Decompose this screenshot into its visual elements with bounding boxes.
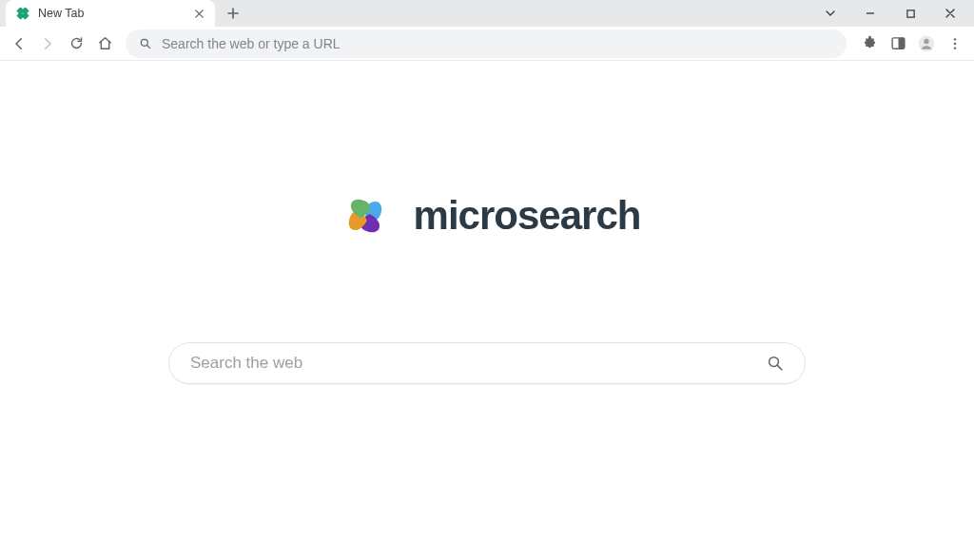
tab-favicon (15, 6, 30, 21)
omnibox[interactable] (126, 29, 847, 58)
extensions-button[interactable] (856, 30, 883, 57)
window-maximize-button[interactable] (890, 0, 930, 27)
svg-point-9 (924, 38, 928, 43)
svg-point-10 (954, 38, 956, 40)
forward-button[interactable] (34, 30, 61, 57)
svg-rect-4 (906, 10, 913, 16)
svg-point-5 (141, 39, 147, 46)
search-input[interactable] (190, 354, 767, 373)
svg-rect-7 (898, 38, 904, 48)
search-icon (139, 37, 152, 50)
back-button[interactable] (6, 30, 32, 57)
window-controls (810, 0, 970, 27)
search-button[interactable] (767, 355, 784, 372)
omnibox-input[interactable] (162, 36, 833, 51)
toolbar (0, 27, 974, 61)
home-button[interactable] (91, 30, 118, 57)
svg-point-11 (954, 42, 956, 44)
svg-point-13 (769, 357, 779, 367)
tab-title: New Tab (38, 7, 185, 20)
menu-button[interactable] (942, 30, 968, 57)
profile-button[interactable] (913, 30, 940, 57)
tab-strip: New Tab (0, 0, 974, 27)
window-close-button[interactable] (930, 0, 970, 27)
page-content: microsearch (0, 61, 974, 560)
reload-button[interactable] (63, 30, 89, 57)
brand-name: microsearch (414, 193, 641, 239)
window-minimize-button[interactable] (850, 0, 890, 27)
svg-point-12 (954, 47, 956, 48)
new-tab-button[interactable] (221, 1, 245, 26)
brand: microsearch (334, 184, 641, 247)
search-box[interactable] (168, 342, 806, 384)
brand-logo-icon (334, 184, 397, 247)
side-panel-button[interactable] (885, 30, 911, 57)
overflow-chevron-button[interactable] (810, 0, 850, 27)
close-tab-button[interactable] (192, 7, 205, 20)
browser-tab[interactable]: New Tab (6, 0, 215, 27)
